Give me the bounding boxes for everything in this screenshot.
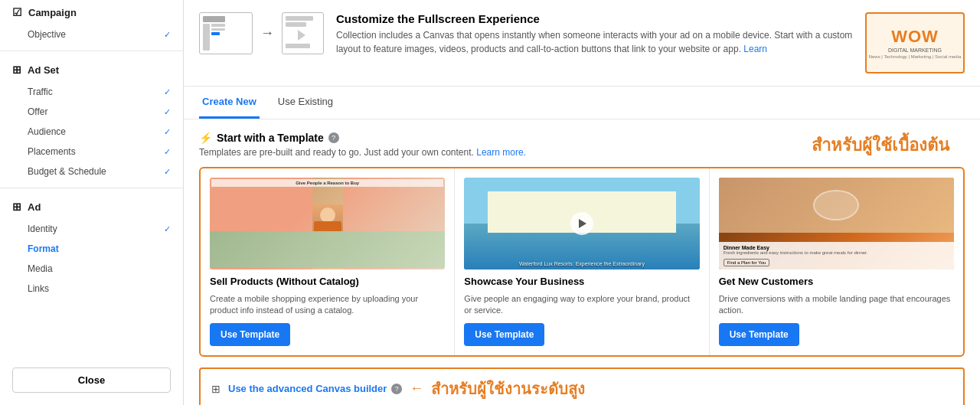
- media-label: Media: [28, 263, 53, 274]
- templates-container: Give People a Reason to Buy See more at …: [199, 167, 965, 357]
- sidebar-sub-traffic[interactable]: Traffic ✓: [0, 82, 183, 102]
- play-triangle: [579, 219, 586, 228]
- traffic-label: Traffic: [28, 87, 53, 97]
- canvas-mobile-icon: [282, 12, 324, 54]
- resort-text: Waterford Lux Resorts: Experience the Ex…: [464, 261, 699, 266]
- divider-2: [0, 188, 183, 188]
- placements-label: Placements: [28, 146, 76, 157]
- sidebar: ☑ Campaign Objective ✓ ⊞ Ad Set Traffic …: [0, 0, 184, 405]
- format-label: Format: [28, 243, 59, 254]
- ad-tagline: News | Technology | Marketing | Social m…: [869, 54, 962, 59]
- card-1-desc: Create a mobile shopping experience by u…: [210, 293, 445, 317]
- card-1-bottom-bg: [210, 231, 445, 268]
- sidebar-sub-links[interactable]: Links: [0, 279, 183, 299]
- template-learn-more[interactable]: Learn more.: [476, 147, 526, 158]
- advanced-help-icon[interactable]: ?: [391, 384, 402, 394]
- main-content: → Customize the Fullscreen Experience Co…: [184, 0, 980, 405]
- card-3-food-top: [719, 178, 954, 233]
- tabs-row: Create New Use Existing: [184, 87, 980, 119]
- tab-use-existing[interactable]: Use Existing: [275, 87, 336, 119]
- placements-check: ✓: [164, 147, 171, 157]
- wow-text: WOW: [891, 27, 939, 47]
- sidebar-sub-media[interactable]: Media: [0, 259, 183, 279]
- card-3-img-title: Dinner Made Easy: [724, 245, 949, 250]
- identity-check: ✓: [164, 224, 171, 234]
- sidebar-item-adset[interactable]: ⊞ Ad Set: [0, 57, 183, 82]
- banner-description: Collection includes a Canvas that opens …: [336, 28, 853, 56]
- identity-label: Identity: [28, 224, 57, 234]
- play-button-icon[interactable]: [570, 212, 593, 235]
- audience-check: ✓: [164, 127, 171, 137]
- ad-label: Ad: [28, 201, 41, 213]
- digital-marketing-text: DIGITAL MARKETING: [888, 47, 942, 54]
- campaign-label: Campaign: [28, 7, 77, 18]
- canvas-wireframe-icon: [199, 12, 253, 54]
- use-template-btn-3[interactable]: Use Template: [719, 323, 799, 346]
- budget-label: Budget & Schedule: [28, 166, 106, 177]
- card-2-image: Waterford Lux Resorts: Experience the Ex…: [464, 178, 699, 269]
- arrow-left-annotation: ←: [410, 381, 423, 397]
- traffic-check: ✓: [164, 87, 171, 97]
- card-3-desc: Drive conversions with a mobile landing …: [719, 293, 954, 317]
- card-3-title: Get New Customers: [719, 276, 954, 287]
- sidebar-item-campaign[interactable]: ☑ Campaign: [0, 0, 183, 24]
- banner-icons: →: [199, 12, 324, 54]
- links-label: Links: [28, 283, 49, 294]
- card-1-title: Sell Products (Without Catalog): [210, 276, 445, 287]
- banner-title: Customize the Fullscreen Experience: [336, 12, 853, 25]
- sidebar-sub-identity[interactable]: Identity ✓: [0, 219, 183, 239]
- use-template-btn-2[interactable]: Use Template: [464, 323, 544, 346]
- advanced-builder-row: ⊞ Use the advanced Canvas builder ? ← สำ…: [199, 367, 965, 405]
- card-3-overlay: Dinner Made Easy Fresh ingredients and e…: [719, 242, 954, 269]
- card-1-image: Give People a Reason to Buy See more at …: [210, 178, 445, 269]
- template-subtitle: Templates are pre-built and ready to go.…: [199, 147, 965, 158]
- sidebar-sub-offer[interactable]: Offer ✓: [0, 102, 183, 122]
- sidebar-sub-format[interactable]: Format: [0, 239, 183, 259]
- campaign-icon: ☑: [12, 6, 22, 18]
- template-title: Start with a Template: [217, 132, 324, 144]
- sidebar-sub-placements[interactable]: Placements ✓: [0, 142, 183, 162]
- arrow-right-icon: →: [260, 25, 274, 41]
- advanced-canvas-link[interactable]: Use the advanced Canvas builder: [228, 383, 387, 394]
- adset-icon: ⊞: [12, 64, 21, 76]
- advanced-builder-content: Use the advanced Canvas builder ?: [228, 383, 402, 394]
- objective-check: ✓: [164, 30, 171, 40]
- card-2-title: Showcase Your Business: [464, 276, 699, 287]
- card-3-image: Dinner Made Easy Fresh ingredients and e…: [719, 178, 954, 269]
- template-section: ⚡ Start with a Template ? สำหรับผู้ใช้เบ…: [199, 132, 965, 357]
- use-template-btn-1[interactable]: Use Template: [210, 323, 290, 346]
- banner-learn-more[interactable]: Learn: [743, 44, 767, 54]
- sidebar-sub-objective[interactable]: Objective ✓: [0, 24, 183, 44]
- offer-check: ✓: [164, 107, 171, 117]
- content-area: ⚡ Start with a Template ? สำหรับผู้ใช้เบ…: [184, 119, 980, 405]
- offer-label: Offer: [28, 106, 47, 117]
- advanced-section-wrapper: ⊞ Use the advanced Canvas builder ? ← สำ…: [199, 367, 965, 405]
- sidebar-item-ad[interactable]: ⊞ Ad: [0, 194, 183, 219]
- adset-label: Ad Set: [28, 64, 59, 76]
- advanced-builder-link-row: Use the advanced Canvas builder ?: [228, 383, 402, 394]
- lightning-icon: ⚡: [199, 132, 212, 144]
- ad-icon: ⊞: [12, 201, 21, 213]
- top-banner: → Customize the Fullscreen Experience Co…: [184, 0, 980, 87]
- advanced-builder-icon: ⊞: [211, 383, 220, 395]
- card-1-top-label: Give People a Reason to Buy: [211, 179, 443, 187]
- template-header: ⚡ Start with a Template ? สำหรับผู้ใช้เบ…: [199, 132, 965, 144]
- audience-label: Audience: [28, 126, 66, 137]
- template-card-sell-products: Give People a Reason to Buy See more at …: [201, 168, 455, 355]
- template-card-new-customers: Dinner Made Easy Fresh ingredients and e…: [710, 168, 963, 355]
- card-3-img-link[interactable]: Find a Plan for You: [724, 259, 770, 266]
- objective-label: Objective: [28, 29, 66, 40]
- close-button[interactable]: Close: [12, 367, 171, 393]
- thai-annotation-advanced: สำหรับผู้ใช้งานระดับสูง: [431, 377, 585, 401]
- template-card-showcase: Waterford Lux Resorts: Experience the Ex…: [455, 168, 709, 355]
- sidebar-sub-budget[interactable]: Budget & Schedule ✓: [0, 162, 183, 181]
- budget-check: ✓: [164, 167, 171, 177]
- template-help-icon[interactable]: ?: [328, 132, 339, 143]
- banner-text: Customize the Fullscreen Experience Coll…: [336, 12, 853, 56]
- divider-1: [0, 51, 183, 51]
- card-3-img-desc: Fresh ingredients and easy instructions …: [724, 250, 949, 255]
- card-2-desc: Give people an engaging way to explore y…: [464, 293, 699, 317]
- banner-ad: WOW DIGITAL MARKETING News | Technology …: [865, 12, 965, 73]
- tab-create-new[interactable]: Create New: [199, 87, 260, 119]
- sidebar-sub-audience[interactable]: Audience ✓: [0, 122, 183, 142]
